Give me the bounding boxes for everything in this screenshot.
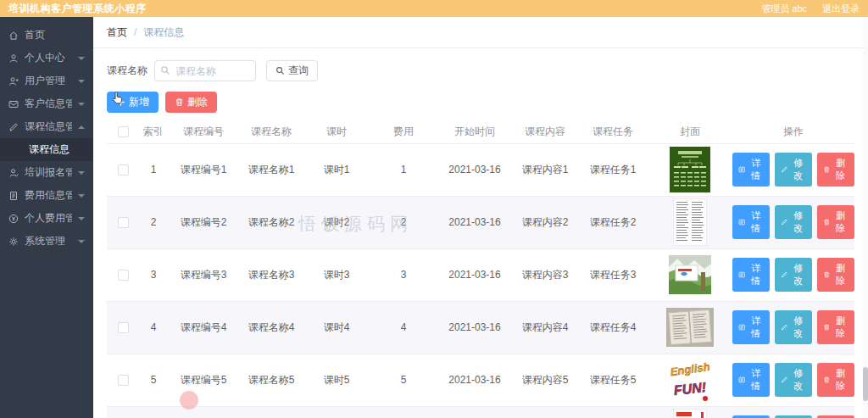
cell-code: 课程编号1 <box>168 143 239 196</box>
modify-button-label: 修改 <box>790 262 806 287</box>
sidebar-item-user-management[interactable]: 用户管理 <box>0 70 93 92</box>
cell-fee: 4 <box>370 301 437 354</box>
delete-row-button[interactable]: 删除 <box>817 258 854 292</box>
sidebar-item-label: 课程信息 <box>29 142 70 157</box>
cell-content: 课程内容3 <box>512 248 578 301</box>
sidebar-item-customer-info[interactable]: 客户信息管理 <box>0 92 93 115</box>
sidebar-item-course-info-management[interactable]: 课程信息管理 <box>0 115 93 138</box>
chevron-down-icon <box>78 194 85 198</box>
modify-button[interactable]: 修改 <box>775 363 812 397</box>
sidebar-item-home[interactable]: 首页 <box>0 24 93 47</box>
cell-start: 2021-03-16 <box>437 143 512 196</box>
row-checkbox[interactable] <box>118 164 129 176</box>
scrollbar-thumb[interactable] <box>863 367 868 401</box>
cell-code: 课程编号6 <box>168 406 239 418</box>
row-checkbox[interactable] <box>118 270 129 281</box>
detail-button[interactable]: 详情 <box>732 310 770 344</box>
modify-button[interactable]: 修改 <box>775 310 812 344</box>
cell-code: 课程编号2 <box>168 196 239 248</box>
money-icon <box>8 214 19 224</box>
select-all-checkbox[interactable] <box>118 126 129 137</box>
row-checkbox[interactable] <box>118 322 129 333</box>
row-checkbox[interactable] <box>118 375 129 386</box>
cell-hours: 课时5 <box>303 354 370 406</box>
cell-hours: 课时4 <box>303 301 370 354</box>
trash-icon <box>823 218 830 226</box>
detail-button[interactable]: 详情 <box>732 153 770 187</box>
delete-row-button-label: 删除 <box>832 157 849 182</box>
breadcrumb-home[interactable]: 首页 <box>107 25 127 40</box>
user-icon <box>8 53 19 64</box>
app-root: 培训机构客户管理系统小程序 管理员 abc 退出登录 首页 个人中心 用户管理 … <box>0 0 868 418</box>
sidebar-item-training-enroll[interactable]: 培训报名管理 <box>0 161 93 184</box>
detail-button-label: 详情 <box>748 315 764 340</box>
modify-button-label: 修改 <box>790 315 806 340</box>
delete-row-button-label: 删除 <box>832 262 849 287</box>
modify-button[interactable]: 修改 <box>775 153 812 187</box>
sidebar-item-fee-info[interactable]: 费用信息管理 <box>0 184 93 207</box>
cell-name: 课程名称5 <box>239 354 303 406</box>
logout-link[interactable]: 退出登录 <box>822 3 860 15</box>
table-row: 6 课程编号6 课程名称6 课时6 6 2021-03-16 课程内容6 课程任… <box>107 406 854 418</box>
modify-button[interactable]: 修改 <box>775 258 812 292</box>
chevron-down-icon <box>78 171 85 175</box>
delete-button[interactable]: 删除 <box>165 92 217 113</box>
row-checkbox[interactable] <box>118 217 129 228</box>
delete-row-button[interactable]: 删除 <box>817 363 854 397</box>
sidebar-item-personal-center[interactable]: 个人中心 <box>0 47 93 70</box>
row-actions: 详情 修改 删除 <box>732 258 854 292</box>
sidebar-item-system-management[interactable]: 系统管理 <box>0 230 93 253</box>
list-icon <box>738 323 745 332</box>
cell-content: 课程内容1 <box>512 143 578 196</box>
scrollbar-track[interactable] <box>863 17 868 418</box>
chevron-down-icon <box>78 240 85 243</box>
cell-start: 2021-03-16 <box>437 248 512 301</box>
sidebar-item-label: 培训报名管理 <box>25 165 72 180</box>
cell-start: 2021-03-16 <box>437 354 512 406</box>
col-header-start: 开始时间 <box>437 121 512 143</box>
detail-button[interactable]: 详情 <box>732 258 770 292</box>
sidebar-item-label: 用户管理 <box>25 74 65 88</box>
modify-button[interactable]: 修改 <box>775 205 812 239</box>
query-button[interactable]: 查询 <box>266 60 318 81</box>
cell-start: 2021-03-16 <box>437 301 512 354</box>
col-header-index: 索引 <box>139 121 168 143</box>
cell-index: 2 <box>139 196 168 248</box>
delete-row-button[interactable]: 删除 <box>817 205 854 239</box>
edit-icon <box>8 122 19 132</box>
search-icon <box>160 65 170 75</box>
detail-button-label: 详情 <box>748 367 764 393</box>
detail-button-label: 详情 <box>748 209 764 235</box>
delete-row-button[interactable]: 删除 <box>817 153 854 187</box>
course-table-wrap: 索引 课程编号 课程名称 课时 费用 开始时间 课程内容 课程任务 封面 操作 <box>107 121 854 418</box>
pencil-icon <box>781 270 787 279</box>
cell-code: 课程编号3 <box>168 248 239 301</box>
pencil-icon <box>781 218 787 226</box>
cell-index: 5 <box>139 354 168 406</box>
delete-row-button[interactable]: 删除 <box>817 310 854 344</box>
delete-button-label: 删除 <box>187 95 208 109</box>
cell-hours: 课时3 <box>303 248 370 301</box>
sidebar-item-personal-fee[interactable]: 个人费用管理 <box>0 207 93 230</box>
cell-task: 课程任务3 <box>578 248 648 301</box>
pencil-icon <box>781 323 787 332</box>
pencil-icon <box>781 165 787 174</box>
sidebar-subitem-course-info[interactable]: 课程信息 <box>0 138 93 161</box>
admin-user-label[interactable]: 管理员 abc <box>761 3 807 15</box>
detail-button[interactable]: 详情 <box>732 363 770 397</box>
detail-button[interactable]: 详情 <box>732 205 770 239</box>
add-button[interactable]: 新增 <box>107 92 159 113</box>
sidebar-item-label: 客户信息管理 <box>25 97 72 111</box>
cell-name: 课程名称4 <box>239 301 303 354</box>
delete-row-button-label: 删除 <box>832 367 849 393</box>
add-button-label: 新增 <box>129 95 149 109</box>
list-icon <box>738 376 745 384</box>
cell-hours: 课时6 <box>303 406 370 418</box>
gear-icon <box>8 237 19 247</box>
touch-indicator <box>180 391 198 410</box>
pencil-icon <box>781 376 787 384</box>
chevron-down-icon <box>78 217 85 220</box>
search-field-label: 课程名称 <box>107 64 147 78</box>
cell-task: 课程任务5 <box>578 354 648 406</box>
breadcrumb-separator: / <box>134 26 136 38</box>
